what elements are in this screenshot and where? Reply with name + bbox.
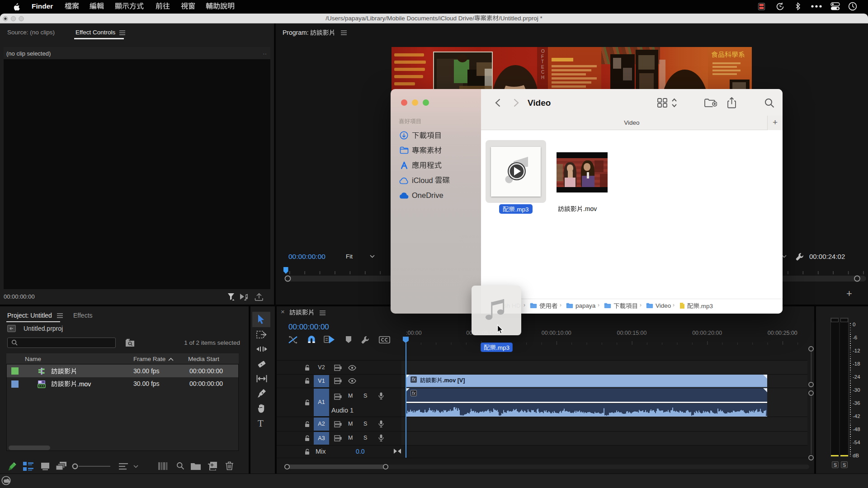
svg-text:00:00:20:00: 00:00:20:00 (692, 330, 722, 336)
svg-text:00:00:25:00: 00:00:25:00 (768, 330, 797, 336)
svg-text::00:00: :00:00 (406, 330, 422, 336)
svg-text:00:00:15:00: 00:00:15:00 (617, 330, 646, 336)
svg-text:00:00:10:00: 00:00:10:00 (542, 330, 571, 336)
